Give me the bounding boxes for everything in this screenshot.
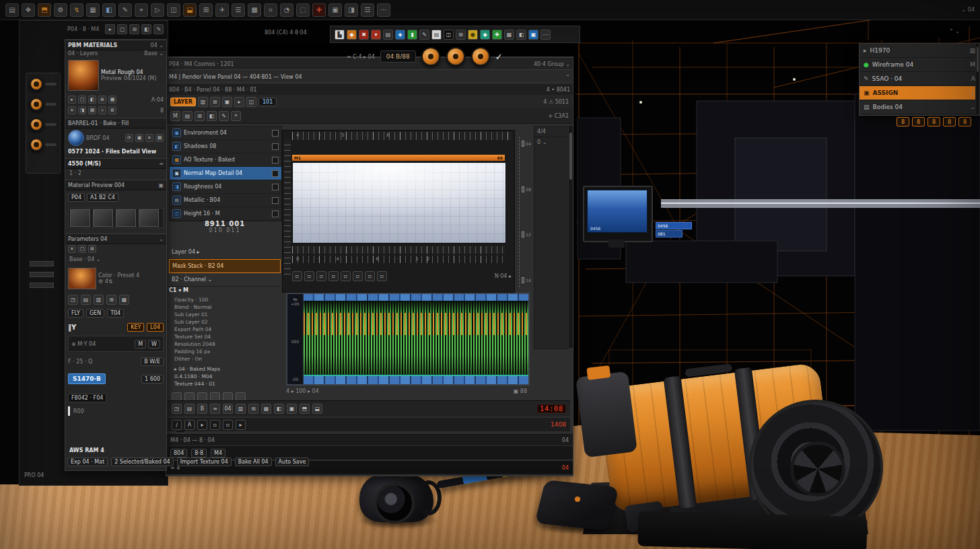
tool-icon[interactable]: ✕: [68, 106, 76, 114]
tab-base[interactable]: Base ⌄: [144, 50, 164, 57]
toolbar-icon[interactable]: M: [170, 111, 180, 121]
transport-icon[interactable]: 04: [223, 404, 233, 414]
rod-button[interactable]: F8042 · F04: [68, 394, 106, 402]
layer-visibility-checkbox[interactable]: [272, 211, 279, 217]
edit-icon[interactable]: ∕: [172, 420, 182, 430]
slider-track[interactable]: [45, 83, 57, 85]
toolbar-icon[interactable]: ▦: [504, 30, 514, 40]
layer-tree-item[interactable]: ▣ Normal Map Detail 04: [170, 167, 281, 180]
tool-icon[interactable]: ▦: [119, 295, 129, 305]
channel-list-header[interactable]: C1 ▾ M: [169, 287, 281, 296]
orb-action-icon[interactable]: ▣: [135, 134, 143, 142]
transport-icon[interactable]: ⬓: [312, 404, 322, 414]
toolbar-icon[interactable]: ▮: [407, 30, 417, 40]
toolbar-icon[interactable]: ◧: [207, 111, 217, 121]
orb-action-icon[interactable]: ✕: [145, 134, 153, 142]
toolbar2-right-tokens[interactable]: ⌃ ⌄: [949, 28, 960, 34]
toolbar-icon[interactable]: ▢: [117, 24, 127, 34]
toolbar-icon[interactable]: ▾: [371, 30, 381, 40]
property-action[interactable]: M: [970, 61, 975, 68]
mask-stack-item[interactable]: B2 · Channel ⌄: [169, 273, 281, 287]
property-action[interactable]: ⌄: [970, 104, 975, 110]
toolbar-icon[interactable]: ▣: [328, 3, 342, 17]
channel-file-item[interactable]: Opacity · 100: [169, 296, 281, 303]
toolbar-icon[interactable]: ✎: [153, 24, 164, 34]
preview-btn-p04[interactable]: P04: [68, 193, 85, 202]
strip-knob-row[interactable]: [30, 118, 57, 131]
channel-button[interactable]: M: [135, 340, 146, 349]
layer-visibility-checkbox[interactable]: [272, 130, 279, 137]
tool-icon[interactable]: ▤: [81, 295, 91, 305]
preview-header-icon[interactable]: ▣: [158, 182, 164, 188]
toolbar-icon[interactable]: ▷: [151, 3, 164, 17]
toolbar-icon[interactable]: ✈: [215, 3, 229, 17]
toolbar-icon[interactable]: ◆: [480, 30, 490, 40]
uv-canvas[interactable]: [292, 162, 506, 244]
rotary-knob[interactable]: [446, 47, 465, 66]
strip-mark[interactable]: [30, 261, 54, 266]
strip-thumbnail[interactable]: [70, 209, 90, 227]
mask-stack-item[interactable]: Layer 04 ▸: [169, 246, 281, 259]
param-icon[interactable]: ✕: [68, 245, 76, 253]
transport-icon[interactable]: ▥: [236, 404, 246, 414]
toolbar-icon[interactable]: ▣: [222, 97, 232, 107]
marker-handle[interactable]: [522, 186, 524, 192]
viewport-tool-icon[interactable]: ▫: [304, 271, 314, 281]
edit-icon[interactable]: ▫: [223, 420, 233, 430]
property-row[interactable]: ▸ H1970 ▥: [860, 44, 979, 58]
selected-material-row[interactable]: S1470·B 1 600: [68, 372, 164, 386]
property-row[interactable]: ▣ ASSIGN ⌄: [860, 86, 979, 100]
marker-item[interactable]: 04: [522, 141, 531, 147]
strip-mark[interactable]: [30, 272, 54, 277]
toolbar-icon[interactable]: ◔: [280, 3, 293, 17]
transport-icon[interactable]: ◧: [274, 404, 284, 414]
transport-icon[interactable]: ▣: [287, 404, 297, 414]
key-button[interactable]: L04: [147, 323, 164, 332]
strip-thumbnail[interactable]: [93, 209, 113, 227]
tool-icon[interactable]: ▢: [78, 96, 86, 104]
toolbar-icon[interactable]: ◧: [516, 30, 526, 40]
files-menu-icon[interactable]: ≡: [159, 161, 164, 167]
strip-knob-row[interactable]: [30, 77, 57, 91]
marker-handle[interactable]: [522, 141, 524, 147]
toolbar-icon[interactable]: ▸: [105, 24, 115, 34]
toolbar-icon[interactable]: ▤: [182, 111, 193, 121]
mode-button[interactable]: T04: [107, 309, 124, 318]
tool-icon[interactable]: ▦: [108, 96, 116, 104]
layer-mode-button[interactable]: LAYER: [170, 98, 196, 106]
channel-file-item[interactable]: Blend · Normal: [169, 303, 281, 311]
viewport-tool-icon[interactable]: ▫: [316, 271, 326, 281]
channel-file-item[interactable]: Dither · On: [169, 355, 281, 363]
toolbar-icon[interactable]: ⊞: [129, 24, 139, 34]
toolbar-icon[interactable]: ▩: [248, 3, 261, 17]
transport-icon[interactable]: ⬒: [300, 404, 310, 414]
tab-layers[interactable]: 04 · Layers: [68, 50, 98, 57]
edit-icon[interactable]: A: [184, 420, 195, 430]
toolbar-icon[interactable]: ◫: [167, 3, 180, 17]
tool-icon[interactable]: ⊕: [98, 96, 106, 104]
toolbar-icon[interactable]: ✚: [312, 3, 326, 17]
confirm-check-icon[interactable]: ✓: [495, 52, 503, 62]
layer-tree-item[interactable]: ◨ Roughness 04: [170, 180, 281, 194]
layer-visibility-checkbox[interactable]: [272, 157, 279, 163]
strip-knob-row[interactable]: [30, 138, 57, 151]
toolbar-icon[interactable]: ⌗: [264, 3, 277, 17]
bottom-action-button[interactable]: Exp 04 · Mat: [67, 458, 108, 466]
mode-button[interactable]: GEN: [86, 309, 104, 318]
param-icon[interactable]: ⊞: [88, 245, 96, 253]
marker-item[interactable]: 12: [522, 231, 531, 237]
dial-knob[interactable]: [30, 138, 43, 151]
color-preset-actions[interactable]: ⚙ 4⇅: [98, 279, 139, 285]
toolbar-icon[interactable]: ▙: [335, 30, 345, 40]
edit-icon[interactable]: ▫: [210, 420, 220, 430]
tool-icon[interactable]: ▥: [94, 295, 104, 305]
toolbar-icon[interactable]: ⬓: [183, 3, 197, 17]
transport-icon[interactable]: ▦: [261, 404, 271, 414]
digit-box[interactable]: 8: [958, 117, 971, 126]
material-thumbnail[interactable]: [68, 60, 99, 91]
toolbar-icon[interactable]: ◧: [141, 24, 151, 34]
bottom-action-button[interactable]: Auto Save: [275, 458, 310, 466]
digit-box[interactable]: 8: [897, 117, 909, 126]
toolbar-icon[interactable]: ⌖: [231, 111, 241, 121]
viewport-orange-bar[interactable]: M1 04: [292, 155, 505, 161]
